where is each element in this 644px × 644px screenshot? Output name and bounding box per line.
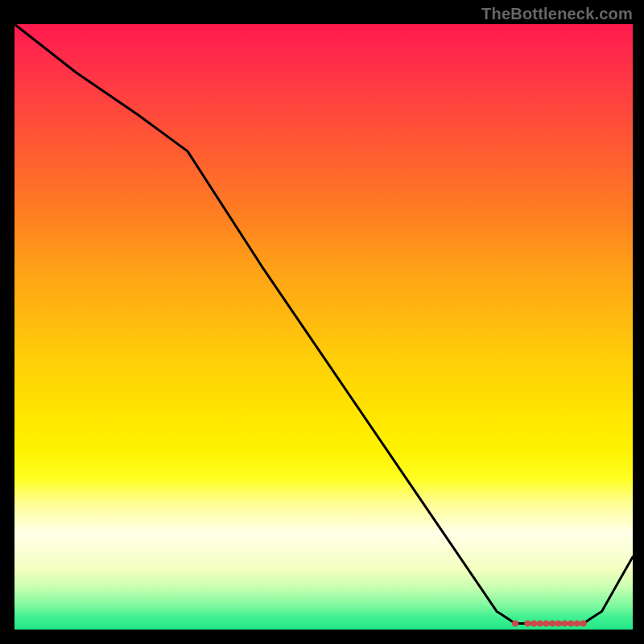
chart-svg xyxy=(14,24,633,630)
optimal-marker xyxy=(530,621,537,627)
optimal-marker xyxy=(555,621,562,627)
plot-area xyxy=(14,24,633,630)
optimal-marker xyxy=(562,621,568,627)
chart-container: TheBottleneck.com xyxy=(0,0,644,644)
watermark-text: TheBottleneck.com xyxy=(481,5,633,23)
optimal-marker xyxy=(512,621,518,627)
optimal-marker xyxy=(543,621,550,627)
optimal-marker xyxy=(574,621,580,627)
optimal-marker xyxy=(580,621,587,627)
bottleneck-curve xyxy=(14,24,633,624)
optimal-marker xyxy=(568,621,574,627)
optimal-marker xyxy=(549,621,555,627)
optimal-marker xyxy=(524,621,530,627)
optimal-marker xyxy=(537,621,543,627)
